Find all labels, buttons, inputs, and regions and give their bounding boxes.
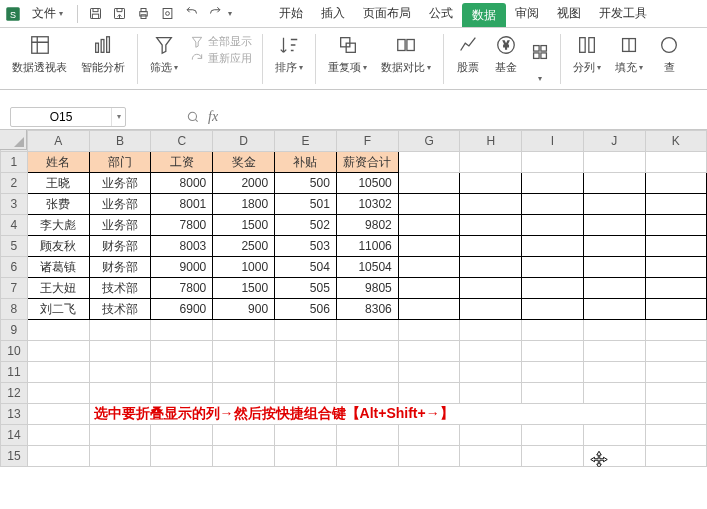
row-header[interactable]: 8 xyxy=(1,299,28,320)
stock-button[interactable]: 股票 xyxy=(450,32,486,75)
pivot-table-button[interactable]: 数据透视表 xyxy=(6,32,73,75)
cell[interactable]: 1500 xyxy=(213,278,275,299)
cell[interactable]: 1800 xyxy=(213,194,275,215)
cell[interactable]: 8003 xyxy=(151,236,213,257)
col-header[interactable]: K xyxy=(645,131,707,152)
cell[interactable]: 2000 xyxy=(213,173,275,194)
cell[interactable]: 6900 xyxy=(151,299,213,320)
row-header[interactable]: 11 xyxy=(1,362,28,383)
spreadsheet[interactable]: A B C D E F G H I J K 1 姓名 部门 工资 奖金 补贴 薪… xyxy=(0,130,707,467)
cell[interactable]: 奖金 xyxy=(213,152,275,173)
row-header[interactable]: 14 xyxy=(1,425,28,446)
cell[interactable]: 10500 xyxy=(336,173,398,194)
col-header[interactable]: D xyxy=(213,131,275,152)
cell[interactable]: 诸葛镇 xyxy=(27,257,89,278)
cell[interactable]: 顾友秋 xyxy=(27,236,89,257)
row-header[interactable]: 12 xyxy=(1,383,28,404)
cell[interactable]: 500 xyxy=(275,173,337,194)
tab-devtools[interactable]: 开发工具 xyxy=(590,0,656,27)
cell[interactable]: 9000 xyxy=(151,257,213,278)
save-as-icon[interactable] xyxy=(108,3,130,25)
cell[interactable]: 1500 xyxy=(213,215,275,236)
cell[interactable]: 业务部 xyxy=(89,173,151,194)
formula-bar[interactable]: fx xyxy=(186,109,218,125)
print-icon[interactable] xyxy=(132,3,154,25)
cell[interactable]: 部门 xyxy=(89,152,151,173)
qat-more-icon[interactable]: ▾ xyxy=(228,9,232,18)
cell[interactable]: 王晓 xyxy=(27,173,89,194)
cell[interactable]: 7800 xyxy=(151,215,213,236)
cell[interactable]: 506 xyxy=(275,299,337,320)
duplicates-button[interactable]: 重复项▾ xyxy=(322,32,373,75)
row-header[interactable]: 15 xyxy=(1,446,28,467)
tab-view[interactable]: 视图 xyxy=(548,0,590,27)
select-all-corner[interactable] xyxy=(0,130,27,150)
cell[interactable]: 薪资合计 xyxy=(336,152,398,173)
tab-review[interactable]: 审阅 xyxy=(506,0,548,27)
col-header[interactable]: I xyxy=(522,131,584,152)
row-header[interactable]: 9 xyxy=(1,320,28,341)
fund-button[interactable]: ¥ 基金 xyxy=(488,32,524,75)
cell[interactable]: 10504 xyxy=(336,257,398,278)
cell[interactable]: 503 xyxy=(275,236,337,257)
cell[interactable]: 技术部 xyxy=(89,299,151,320)
name-box[interactable]: ▾ xyxy=(10,107,126,127)
lookup-button[interactable]: 查 xyxy=(651,32,681,75)
cell[interactable]: 504 xyxy=(275,257,337,278)
fill-button[interactable]: 填充▾ xyxy=(609,32,649,75)
cell[interactable]: 业务部 xyxy=(89,194,151,215)
col-header[interactable]: C xyxy=(151,131,213,152)
tab-formula[interactable]: 公式 xyxy=(420,0,462,27)
row-header[interactable]: 4 xyxy=(1,215,28,236)
show-all-button[interactable]: 全部显示 xyxy=(190,34,252,49)
name-box-input[interactable] xyxy=(11,110,111,124)
row-header[interactable]: 2 xyxy=(1,173,28,194)
cell[interactable]: 11006 xyxy=(336,236,398,257)
cell[interactable]: 900 xyxy=(213,299,275,320)
fx-icon[interactable]: fx xyxy=(208,109,218,125)
grid[interactable]: A B C D E F G H I J K 1 姓名 部门 工资 奖金 补贴 薪… xyxy=(0,130,707,467)
print-preview-icon[interactable] xyxy=(156,3,178,25)
cell[interactable]: 7800 xyxy=(151,278,213,299)
filter-button[interactable]: 筛选▾ xyxy=(144,32,184,75)
cell[interactable]: 8000 xyxy=(151,173,213,194)
cell[interactable]: 业务部 xyxy=(89,215,151,236)
col-header[interactable]: H xyxy=(460,131,522,152)
cell[interactable]: 501 xyxy=(275,194,337,215)
cell[interactable]: 502 xyxy=(275,215,337,236)
more-types-button[interactable]: ▾ xyxy=(526,32,554,83)
undo-icon[interactable] xyxy=(180,3,202,25)
save-icon[interactable] xyxy=(84,3,106,25)
row-header[interactable]: 6 xyxy=(1,257,28,278)
col-header[interactable]: G xyxy=(398,131,460,152)
cell[interactable]: 2500 xyxy=(213,236,275,257)
cell[interactable]: 姓名 xyxy=(27,152,89,173)
tab-insert[interactable]: 插入 xyxy=(312,0,354,27)
file-menu-button[interactable]: 文件 ▾ xyxy=(24,2,71,25)
cell[interactable]: 505 xyxy=(275,278,337,299)
row-header[interactable]: 3 xyxy=(1,194,28,215)
row-header[interactable]: 1 xyxy=(1,152,28,173)
cell[interactable]: 刘二飞 xyxy=(27,299,89,320)
redo-icon[interactable] xyxy=(204,3,226,25)
cell[interactable]: 工资 xyxy=(151,152,213,173)
cell[interactable]: 财务部 xyxy=(89,236,151,257)
row-header[interactable]: 10 xyxy=(1,341,28,362)
row-header[interactable]: 13 xyxy=(1,404,28,425)
row-header[interactable]: 5 xyxy=(1,236,28,257)
cell[interactable]: 李大彪 xyxy=(27,215,89,236)
col-header[interactable]: A xyxy=(27,131,89,152)
col-header[interactable]: J xyxy=(583,131,645,152)
smart-analysis-button[interactable]: 智能分析 xyxy=(75,32,131,75)
cell[interactable]: 王大妞 xyxy=(27,278,89,299)
cell[interactable]: 8001 xyxy=(151,194,213,215)
col-header[interactable]: F xyxy=(336,131,398,152)
data-compare-button[interactable]: 数据对比▾ xyxy=(375,32,437,75)
cell[interactable]: 9802 xyxy=(336,215,398,236)
cell[interactable]: 9805 xyxy=(336,278,398,299)
col-header[interactable]: B xyxy=(89,131,151,152)
tab-pagelayout[interactable]: 页面布局 xyxy=(354,0,420,27)
tab-start[interactable]: 开始 xyxy=(270,0,312,27)
row-header[interactable]: 7 xyxy=(1,278,28,299)
cell[interactable]: 技术部 xyxy=(89,278,151,299)
